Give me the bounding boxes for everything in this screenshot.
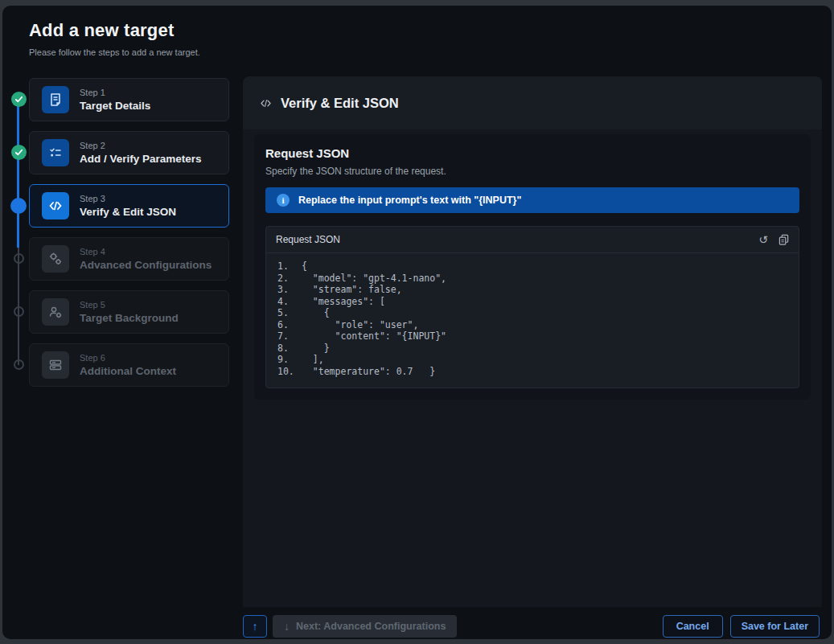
undo-icon[interactable]: ↺ bbox=[758, 234, 768, 245]
panel-header: Verify & Edit JSON bbox=[243, 76, 822, 129]
code-icon bbox=[42, 192, 69, 219]
stepper: Step 1 Target Details Step 2 Add / Verif… bbox=[2, 76, 245, 527]
step-title: Advanced Configurations bbox=[80, 260, 212, 271]
step-label: Step 2 bbox=[80, 142, 202, 150]
form-icon bbox=[42, 86, 69, 113]
code-line: 6. "role": "user", bbox=[266, 319, 799, 331]
cancel-button[interactable]: Cancel bbox=[663, 615, 723, 638]
code-line: 4. "messages": [ bbox=[266, 296, 799, 308]
json-editor[interactable]: Request JSON ↺ 1.{ 2. "model": "gpt-4.1-… bbox=[265, 226, 799, 388]
code-line: 7. "content": "{INPUT}" bbox=[266, 330, 799, 343]
step-label: Step 5 bbox=[80, 301, 179, 310]
code-area[interactable]: 1.{ 2. "model": "gpt-4.1-nano", 3. "stre… bbox=[266, 253, 799, 388]
check-icon bbox=[11, 145, 27, 160]
server-icon bbox=[42, 351, 69, 379]
step-item-additional-context: Step 6 Additional Context bbox=[29, 343, 229, 387]
step-title: Target Background bbox=[80, 313, 179, 324]
page-subtitle: Please follow the steps to add a new tar… bbox=[29, 47, 200, 57]
step-item-verify-edit-json[interactable]: Step 3 Verify & Edit JSON bbox=[29, 184, 229, 228]
add-target-dialog: Add a new target Please follow the steps… bbox=[2, 6, 832, 639]
info-banner-text: Replace the input prompt's text with "{I… bbox=[298, 195, 521, 206]
step-label: Step 1 bbox=[80, 88, 150, 97]
step-title: Verify & Edit JSON bbox=[80, 207, 176, 218]
code-line: 5. { bbox=[266, 307, 799, 319]
dialog-footer: ↑ ↓ Next: Advanced Configurations Cancel… bbox=[243, 614, 820, 638]
step-item-target-details[interactable]: Step 1 Target Details bbox=[29, 78, 229, 121]
section-description: Specify the JSON structure of the reques… bbox=[265, 166, 799, 177]
step-item-add-verify-parameters[interactable]: Step 2 Add / Verify Parameters bbox=[29, 131, 229, 174]
dialog-header: Add a new target Please follow the steps… bbox=[29, 20, 200, 57]
copy-icon[interactable] bbox=[779, 234, 789, 245]
page-title: Add a new target bbox=[29, 20, 200, 41]
up-arrow-icon: ↑ bbox=[253, 620, 258, 633]
gears-icon bbox=[42, 245, 69, 273]
active-step-dot bbox=[10, 198, 27, 214]
check-icon bbox=[11, 92, 27, 107]
editor-header: Request JSON ↺ bbox=[266, 227, 799, 253]
step-label: Step 6 bbox=[80, 354, 176, 363]
idle-step-dot bbox=[14, 359, 24, 370]
down-arrow-icon: ↓ bbox=[284, 620, 290, 633]
next-step-label: Next: Advanced Configurations bbox=[296, 621, 446, 632]
code-icon bbox=[259, 96, 273, 110]
step-item-target-background: Step 5 Target Background bbox=[29, 290, 229, 334]
info-banner: i Replace the input prompt's text with "… bbox=[265, 187, 799, 213]
step-item-advanced-configurations: Step 4 Advanced Configurations bbox=[29, 237, 229, 281]
code-line: 9. ], bbox=[266, 354, 799, 366]
step-title: Target Details bbox=[80, 100, 150, 112]
code-line: 2. "model": "gpt-4.1-nano", bbox=[266, 273, 799, 285]
step-content-panel: Verify & Edit JSON Request JSON Specify … bbox=[243, 76, 822, 607]
section-heading: Request JSON bbox=[265, 146, 799, 160]
user-gear-icon bbox=[42, 298, 69, 326]
scroll-up-button[interactable]: ↑ bbox=[243, 615, 267, 638]
next-step-button[interactable]: ↓ Next: Advanced Configurations bbox=[273, 615, 457, 638]
step-label: Step 3 bbox=[80, 195, 176, 203]
step-title: Additional Context bbox=[80, 366, 176, 377]
checklist-icon bbox=[42, 139, 69, 166]
save-for-later-button[interactable]: Save for Later bbox=[730, 615, 820, 638]
idle-step-dot bbox=[14, 253, 24, 264]
code-line: 8. } bbox=[266, 343, 799, 355]
request-json-section: Request JSON Specify the JSON structure … bbox=[254, 134, 811, 400]
code-line: 1.{ bbox=[266, 260, 799, 273]
code-line: 10. "temperature": 0.7 } bbox=[266, 366, 799, 378]
editor-label: Request JSON bbox=[276, 234, 758, 245]
idle-step-dot bbox=[14, 306, 24, 317]
panel-title: Verify & Edit JSON bbox=[281, 96, 399, 111]
stepper-rail-completed bbox=[17, 100, 19, 248]
step-title: Add / Verify Parameters bbox=[80, 154, 202, 165]
code-line: 3. "stream": false, bbox=[266, 284, 799, 296]
info-icon: i bbox=[277, 194, 290, 207]
step-label: Step 4 bbox=[80, 248, 212, 256]
